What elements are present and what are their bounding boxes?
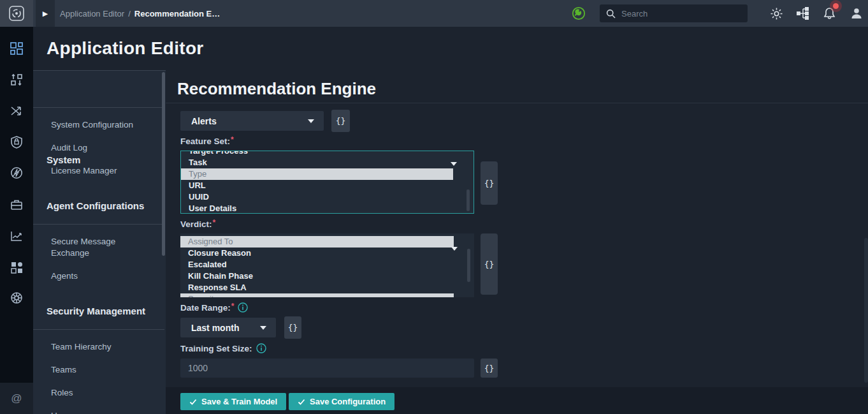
- app-logo-icon: [8, 5, 25, 22]
- feature-set-json-button[interactable]: {}: [481, 161, 498, 205]
- security-shield-icon[interactable]: [10, 135, 24, 149]
- save-configuration-button[interactable]: Save Configuration: [289, 393, 394, 410]
- sidebar-item-secure-message-exchange[interactable]: Secure Message Exchange: [51, 236, 147, 259]
- nav-section-security-management: Security Management: [47, 306, 145, 316]
- list-option-selected[interactable]: Assigned To: [180, 236, 454, 248]
- sidebar-item-system-configuration[interactable]: System Configuration: [51, 119, 147, 131]
- sidebar-item-license-manager[interactable]: License Manager: [51, 165, 147, 177]
- breadcrumb-current: Recommendation E…: [134, 9, 220, 18]
- search-icon: [606, 9, 616, 18]
- check-icon: [298, 398, 305, 406]
- feature-set-label: Feature Set:*: [180, 137, 234, 146]
- main-content: Recommendation Engine Alerts {} Feature …: [166, 70, 868, 414]
- reports-chart-icon[interactable]: [10, 229, 24, 243]
- nav-section-agent-configurations: Agent Configurations: [47, 200, 144, 211]
- notifications-bell-icon[interactable]: [822, 6, 836, 20]
- content-heading: Recommendation Engine: [177, 79, 376, 99]
- search-input[interactable]: [621, 9, 730, 18]
- nav-section-system: System: [47, 154, 80, 165]
- nav-divider: [33, 329, 164, 330]
- sidebar-item-teams[interactable]: Teams: [51, 364, 147, 376]
- content-scrollbar[interactable]: [864, 238, 868, 383]
- training-set-size-input[interactable]: [180, 359, 474, 378]
- widgets-icon[interactable]: [10, 260, 24, 274]
- list-option[interactable]: Response SLA: [180, 282, 474, 293]
- dashboard-icon[interactable]: [10, 41, 24, 55]
- save-train-model-button[interactable]: Save & Train Model: [180, 393, 286, 410]
- mentions-at-icon[interactable]: @: [0, 383, 33, 414]
- breadcrumb-separator: /: [128, 9, 131, 18]
- verdict-listbox[interactable]: Assigned To Closure Reason Escalated Kil…: [180, 233, 474, 297]
- system-health-icon[interactable]: [572, 6, 586, 20]
- date-range-select[interactable]: Last month: [180, 318, 276, 337]
- training-json-button[interactable]: {}: [481, 359, 498, 378]
- sidebar-item-users[interactable]: Users: [51, 410, 147, 414]
- sidebar-item-roles[interactable]: Roles: [51, 387, 147, 399]
- listbox-scrollbar[interactable]: [467, 189, 470, 211]
- list-option-partial[interactable]: Target Process: [181, 151, 474, 157]
- list-option[interactable]: User Details: [181, 203, 474, 214]
- application-editor-screen: @ ▶ Application Editor / Recommendation …: [0, 0, 868, 414]
- info-icon[interactable]: [256, 343, 266, 353]
- listbox-scrollbar[interactable]: [467, 249, 470, 282]
- global-search: [600, 4, 748, 22]
- date-range-label: Date Range:*: [180, 302, 248, 313]
- verdict-json-button[interactable]: {}: [481, 233, 498, 295]
- info-icon[interactable]: [238, 302, 248, 313]
- knowledge-wheel-icon[interactable]: [10, 291, 24, 305]
- icon-rail: @: [0, 0, 33, 414]
- chevron-down-icon: [451, 247, 458, 251]
- check-icon: [189, 398, 197, 406]
- sidebar-item-audit-log[interactable]: Audit Log: [51, 142, 147, 154]
- required-asterisk: *: [231, 302, 235, 311]
- sitemap-icon[interactable]: [796, 6, 810, 20]
- list-option[interactable]: URL: [181, 180, 474, 191]
- training-set-size-label: Training Set Size:: [180, 343, 266, 353]
- module-json-button[interactable]: {}: [331, 110, 350, 132]
- sidebar-scrollbar[interactable]: [162, 72, 165, 256]
- queue-management-icon[interactable]: [10, 73, 24, 87]
- module-select[interactable]: Alerts: [180, 111, 324, 131]
- chevron-down-icon: [308, 119, 314, 123]
- notification-badge: [833, 3, 839, 9]
- sidebar-item-agents[interactable]: Agents: [51, 270, 147, 282]
- top-bar: ▶ Application Editor / Recommendation E…: [33, 0, 868, 27]
- footer-bar: Save & Train Model Save Configuration: [166, 387, 868, 414]
- list-option-selected[interactable]: Type: [181, 168, 453, 180]
- chevron-down-icon: [260, 326, 266, 330]
- user-icon[interactable]: [850, 6, 864, 20]
- heading-divider: [166, 103, 868, 103]
- title-bar: Application Editor: [33, 27, 868, 70]
- verdict-label: Verdict:*: [180, 219, 215, 229]
- nav-divider: [33, 107, 164, 108]
- list-option[interactable]: Task: [181, 157, 474, 168]
- nav-divider: [33, 224, 164, 225]
- settings-gear-icon[interactable]: [769, 6, 783, 20]
- shuffle-routing-icon[interactable]: [10, 104, 24, 118]
- breadcrumb-parent-link[interactable]: Application Editor: [60, 9, 124, 18]
- sidebar-nav: System System Configuration Audit Log Li…: [33, 70, 166, 414]
- sidebar-expand-toggle[interactable]: ▶: [36, 0, 55, 27]
- app-logo[interactable]: [0, 0, 33, 27]
- sidebar-item-team-hierarchy[interactable]: Team Hierarchy: [51, 341, 147, 353]
- list-option[interactable]: Kill Chain Phase: [180, 270, 474, 282]
- date-range-value: Last month: [191, 323, 239, 333]
- list-option[interactable]: UUID: [181, 191, 474, 203]
- module-select-value: Alerts: [191, 116, 217, 126]
- list-option[interactable]: Escalated: [180, 259, 474, 270]
- list-option-selected[interactable]: Severity: [180, 293, 454, 297]
- required-asterisk: *: [213, 218, 216, 227]
- list-option[interactable]: Closure Reason: [180, 248, 474, 259]
- feature-set-listbox[interactable]: Target Process Task Type URL UUID User D…: [180, 151, 474, 214]
- required-asterisk: *: [231, 135, 234, 144]
- chevron-down-icon: [451, 162, 457, 166]
- war-room-briefcase-icon[interactable]: [10, 198, 24, 212]
- page-title: Application Editor: [47, 38, 204, 59]
- date-range-json-button[interactable]: {}: [284, 316, 301, 339]
- breadcrumb: Application Editor / Recommendation E…: [60, 0, 220, 27]
- automation-bolt-icon[interactable]: [10, 166, 24, 180]
